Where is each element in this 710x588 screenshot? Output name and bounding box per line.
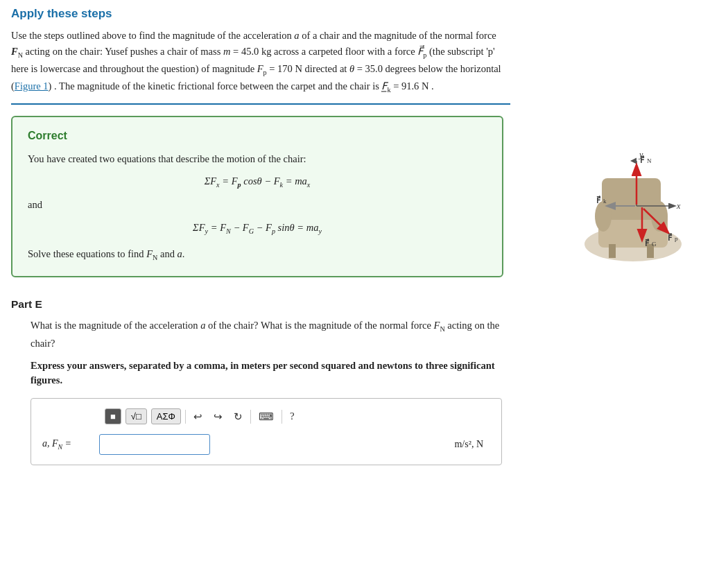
toolbar-separator-3 [282, 410, 282, 424]
help-icon[interactable]: ? [286, 409, 298, 424]
figure-link[interactable]: Figure 1 [15, 80, 49, 92]
svg-text:p: p [675, 235, 678, 242]
svg-text:G: G [652, 241, 657, 248]
toolbar-separator-1 [185, 410, 186, 424]
svg-text:F⃗: F⃗ [640, 155, 645, 164]
svg-text:F⃗: F⃗ [668, 233, 673, 242]
correct-title: Correct [28, 130, 487, 142]
svg-text:F⃗: F⃗ [645, 239, 650, 248]
section-divider [11, 103, 510, 105]
toolbar-sqrt-btn[interactable]: √□ [125, 408, 147, 424]
answer-input[interactable] [99, 434, 210, 455]
toolbar-separator-2 [250, 410, 251, 424]
equation1: ΣFx = Fp cosθ − Fk = max [28, 173, 487, 191]
redo-icon[interactable]: ↪ [210, 409, 226, 424]
refresh-icon[interactable]: ↻ [230, 409, 246, 424]
math-toolbar: ■ √□ ΑΣΦ ↩ ↪ ↻ ⌨ ? [42, 408, 490, 424]
equation2: ΣFy = FN − FG − Fp sinθ = may [28, 219, 487, 237]
part-e-section: Part E What is the magnitude of the acce… [11, 298, 503, 465]
correct-box: Correct You have created two equations t… [11, 116, 503, 278]
apply-steps-title: Apply these steps [11, 7, 699, 21]
undo-icon[interactable]: ↩ [190, 409, 206, 424]
part-e-instruction: Express your answers, separated by a com… [11, 358, 503, 389]
answer-row: a, FN = m/s², N [42, 434, 490, 455]
answer-box: ■ √□ ΑΣΦ ↩ ↪ ↻ ⌨ ? a, FN = [31, 398, 502, 465]
intro-paragraph: Use the steps outlined above to find the… [11, 28, 503, 96]
svg-text:k: k [603, 198, 607, 205]
part-e-label: Part E [11, 298, 503, 311]
correct-description: You have created two equations that desc… [28, 150, 487, 168]
answer-units: m/s², N [454, 439, 483, 450]
left-section: Correct You have created two equations t… [11, 116, 546, 466]
keyboard-icon[interactable]: ⌨ [255, 409, 277, 424]
main-layout: Correct You have created two equations t… [11, 116, 699, 466]
toolbar-square-btn[interactable]: ■ [105, 408, 121, 424]
chair-svg: x y F⃗ N F⃗ k F⃗ G F⃗ p [560, 123, 699, 275]
toolbar-symbol-btn[interactable]: ΑΣΦ [151, 408, 181, 424]
answer-label: a, FN = [42, 438, 91, 451]
svg-text:N: N [647, 157, 652, 164]
svg-text:F⃗: F⃗ [596, 196, 601, 205]
and-text: and [28, 196, 487, 214]
svg-rect-5 [609, 244, 616, 258]
part-e-question: What is the magnitude of the acceleratio… [11, 318, 503, 351]
solve-text: Solve these equations to find FN and a. [28, 245, 487, 263]
correct-body: You have created two equations that desc… [28, 150, 487, 264]
chair-diagram: x y F⃗ N F⃗ k F⃗ G F⃗ p [560, 123, 699, 261]
svg-text:x: x [676, 201, 681, 211]
